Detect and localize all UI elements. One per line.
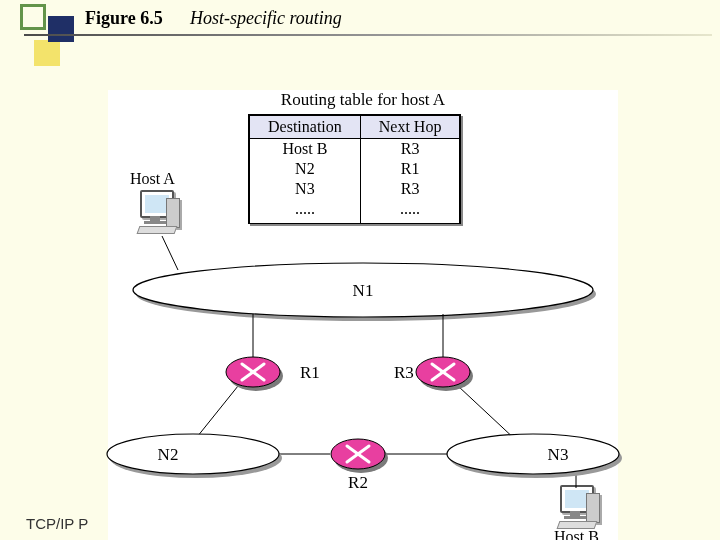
footer-text: TCP/IP P bbox=[26, 515, 88, 532]
r3-label: R3 bbox=[394, 363, 414, 382]
network-n2 bbox=[107, 434, 279, 474]
diagram-canvas: Routing table for host A Destination Nex… bbox=[108, 90, 618, 540]
header-rule bbox=[24, 34, 712, 36]
decor-square-green bbox=[20, 4, 46, 30]
n3-label: N3 bbox=[548, 445, 569, 464]
r2-label: R2 bbox=[348, 473, 368, 492]
figure-label: Figure 6.5 bbox=[85, 8, 163, 29]
router-r1 bbox=[226, 357, 283, 391]
n2-label: N2 bbox=[158, 445, 179, 464]
link-r3-n3 bbox=[458, 386, 518, 442]
decor-square-yellow bbox=[34, 40, 60, 66]
router-r2 bbox=[331, 439, 388, 473]
figure-title: Host-specific routing bbox=[190, 8, 342, 29]
router-r3 bbox=[416, 357, 473, 391]
r1-label: R1 bbox=[300, 363, 320, 382]
decor-square-navy bbox=[48, 16, 74, 42]
network-n3 bbox=[447, 434, 619, 474]
link-hosta-n1 bbox=[162, 236, 178, 270]
topology-svg: N1 N2 N3 R1 R3 bbox=[108, 90, 618, 540]
n1-label: N1 bbox=[353, 281, 374, 300]
slide-header: Figure 6.5 Host-specific routing bbox=[0, 0, 720, 46]
